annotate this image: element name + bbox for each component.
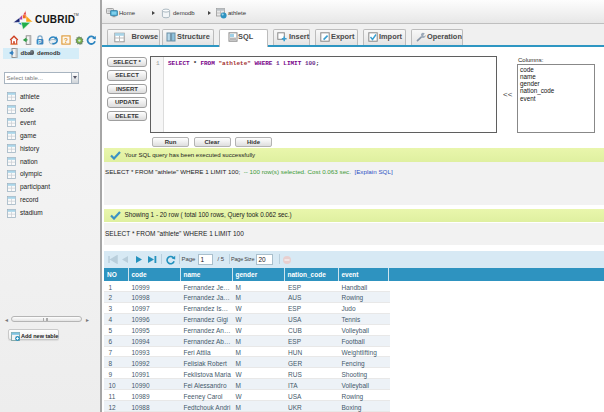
svg-text:?: ?: [64, 37, 68, 44]
